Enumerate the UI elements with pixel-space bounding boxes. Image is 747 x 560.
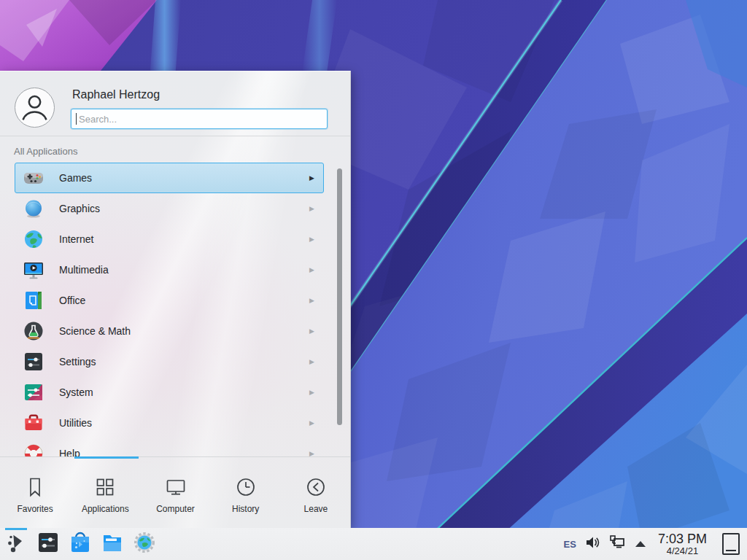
menu-item-label: Office: [59, 295, 309, 306]
menu-item-label: Settings: [59, 356, 309, 368]
grid-icon: [94, 476, 116, 498]
expand-tray-arrow-icon[interactable]: [635, 541, 646, 547]
keyboard-layout-indicator[interactable]: ES: [564, 539, 576, 550]
tab-label: Leave: [304, 504, 328, 514]
menu-item-label: Graphics: [59, 203, 309, 214]
user-avatar-icon[interactable]: [15, 88, 55, 128]
show-desktop-button[interactable]: [722, 533, 740, 555]
list-scrollbar[interactable]: [337, 168, 342, 425]
menu-item-label: Games: [59, 172, 309, 184]
application-category-list: Games ▶ Graphics ▶: [0, 163, 351, 456]
search-input[interactable]: [71, 109, 328, 129]
computer-icon: [165, 476, 187, 498]
taskbar-app-discover[interactable]: [64, 528, 96, 560]
tab-label: Applications: [82, 504, 129, 514]
network-icon[interactable]: [608, 534, 626, 554]
sliders-icon: [23, 351, 44, 372]
taskbar-app-system-settings[interactable]: [32, 528, 64, 560]
menu-item-system[interactable]: System ▶: [15, 377, 324, 408]
bookmark-icon: [24, 476, 46, 498]
tab-leave[interactable]: Leave: [281, 459, 351, 528]
taskbar-panel: ES 7:03 PM 4/24/21: [0, 528, 747, 560]
submenu-arrow-icon: ▶: [309, 266, 314, 273]
tab-label: Computer: [156, 504, 195, 514]
application-launcher-menu: Raphael Hertzog All Applications: [0, 71, 351, 528]
document-icon: [23, 290, 44, 311]
menu-item-help[interactable]: Help ▶: [15, 438, 324, 456]
taskbar-app-file-manager[interactable]: [96, 528, 128, 560]
system-sliders-icon: [23, 382, 44, 402]
globe-icon: [23, 229, 44, 249]
clock-time: 7:03 PM: [658, 532, 707, 546]
submenu-arrow-icon: ▶: [309, 389, 314, 396]
file-manager-icon: [101, 531, 124, 557]
menu-item-games[interactable]: Games ▶: [15, 163, 324, 193]
tab-label: History: [232, 504, 259, 514]
tab-history[interactable]: History: [211, 459, 281, 528]
toolbox-icon: [23, 413, 44, 433]
menu-item-label: Science & Math: [59, 325, 309, 337]
sphere-icon: [23, 198, 44, 219]
gamepad-icon: [23, 168, 44, 188]
clock-date: 4/24/21: [658, 546, 707, 556]
leave-icon: [305, 476, 327, 498]
launcher-tab-bar: Favorites Applications Co: [0, 459, 351, 528]
tabbar-separator: [0, 456, 351, 457]
section-label: All Applications: [0, 136, 350, 163]
application-launcher-button[interactable]: [0, 528, 32, 560]
menu-item-label: Internet: [59, 233, 309, 245]
lifebuoy-icon: [23, 443, 44, 456]
submenu-arrow-icon: ▶: [309, 297, 314, 304]
system-tray: ES 7:03 PM 4/24/21: [564, 532, 747, 556]
tab-computer[interactable]: Computer: [140, 459, 210, 528]
menu-item-label: Help: [59, 448, 309, 456]
menu-item-label: Multimedia: [59, 264, 309, 276]
digital-clock[interactable]: 7:03 PM 4/24/21: [658, 532, 707, 556]
clock-icon: [235, 476, 257, 498]
menu-item-graphics[interactable]: Graphics ▶: [15, 193, 324, 224]
submenu-arrow-icon: ▶: [309, 205, 314, 212]
submenu-arrow-icon: ▶: [309, 358, 314, 365]
system-settings-icon: [36, 531, 60, 557]
submenu-arrow-icon: ▶: [309, 450, 314, 456]
menu-item-internet[interactable]: Internet ▶: [15, 224, 324, 254]
kickoff-icon: [4, 531, 28, 557]
monitor-play-icon: [23, 260, 44, 280]
tab-applications[interactable]: Applications: [70, 459, 140, 528]
launcher-header: Raphael Hertzog: [0, 71, 350, 136]
active-task-indicator: [5, 528, 27, 530]
submenu-arrow-icon: ▶: [309, 419, 314, 427]
taskbar-app-web-browser[interactable]: [128, 528, 160, 560]
submenu-arrow-icon: ▶: [309, 327, 314, 335]
menu-item-office[interactable]: Office ▶: [15, 285, 324, 316]
menu-item-multimedia[interactable]: Multimedia ▶: [15, 254, 324, 285]
tab-label: Favorites: [17, 504, 53, 514]
web-browser-gear-icon: [133, 531, 156, 557]
menu-item-utilities[interactable]: Utilities ▶: [15, 408, 324, 438]
tab-favorites[interactable]: Favorites: [0, 459, 70, 528]
text-caret: [76, 113, 77, 125]
menu-item-label: Utilities: [59, 417, 309, 429]
menu-item-label: System: [59, 386, 309, 398]
submenu-arrow-icon: ▶: [309, 174, 314, 182]
volume-icon[interactable]: [584, 534, 600, 553]
user-name: Raphael Hertzog: [72, 88, 328, 101]
menu-item-science-math[interactable]: Science & Math ▶: [15, 316, 324, 346]
menu-item-settings[interactable]: Settings ▶: [15, 346, 324, 377]
discover-icon: [69, 531, 92, 557]
flask-icon: [23, 321, 44, 341]
submenu-arrow-icon: ▶: [309, 236, 314, 243]
